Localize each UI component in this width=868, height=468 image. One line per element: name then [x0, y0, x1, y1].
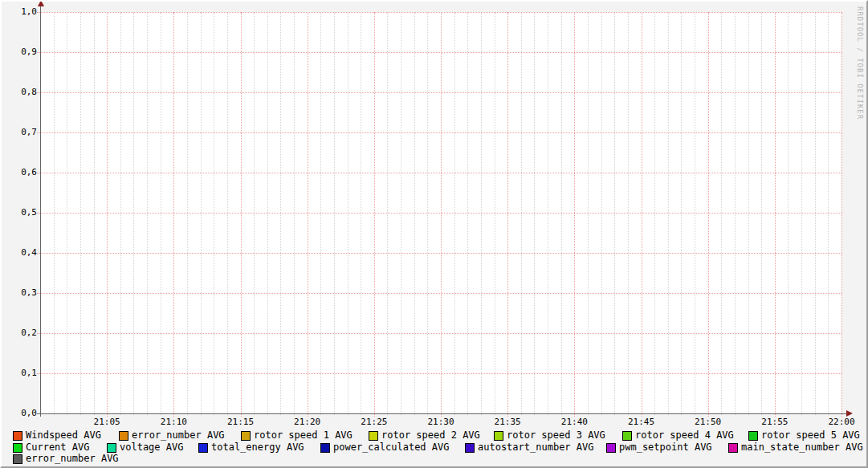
x-tick-label: 21:35 — [490, 417, 525, 427]
minor-vertical-gridline — [748, 12, 749, 415]
y-tick-label: 0,3 — [2, 288, 37, 298]
x-tick-label: 21:40 — [556, 417, 592, 427]
y-tick-label: 0,0 — [2, 409, 37, 418]
legend-item-voltage-avg: voltage AVG — [107, 442, 183, 453]
minor-vertical-gridline — [614, 12, 615, 415]
minor-vertical-gridline — [187, 12, 188, 415]
legend-swatch-icon — [465, 443, 475, 453]
minor-vertical-gridline — [80, 12, 81, 415]
legend-swatch-icon — [13, 443, 22, 453]
minor-vertical-gridline — [828, 12, 829, 415]
major-horizontal-gridline — [37, 333, 842, 334]
x-tick-label: 21:15 — [223, 417, 259, 427]
minor-vertical-gridline — [201, 12, 202, 415]
major-vertical-gridline — [374, 12, 375, 417]
y-tick-label: 0,6 — [2, 168, 37, 177]
minor-vertical-gridline — [361, 12, 361, 415]
major-horizontal-gridline — [37, 373, 842, 374]
y-axis — [40, 6, 41, 417]
minor-vertical-gridline — [534, 12, 535, 415]
legend-item-current-avg: Current AVG — [13, 442, 89, 453]
major-vertical-gridline — [574, 12, 575, 417]
legend-item-autostart-number-avg: autostart_number AVG — [465, 442, 594, 453]
minor-vertical-gridline — [401, 12, 401, 415]
legend-item-total-energy-avg: total_energy AVG — [198, 442, 304, 453]
legend-swatch-icon — [13, 454, 22, 464]
y-tick-label: 0,2 — [2, 328, 37, 338]
minor-vertical-gridline — [735, 12, 736, 415]
legend-item-rotor-speed-3-avg: rotor speed 3 AVG — [494, 430, 605, 441]
x-tick-label: 21:20 — [290, 417, 325, 427]
minor-vertical-gridline — [280, 12, 281, 415]
x-tick-label: 21:30 — [423, 417, 458, 427]
minor-vertical-gridline — [227, 12, 228, 415]
y-tick-label: 0,7 — [2, 128, 37, 137]
minor-vertical-gridline — [254, 12, 255, 415]
major-vertical-gridline — [173, 12, 174, 417]
minor-vertical-gridline — [521, 12, 522, 415]
major-vertical-gridline — [642, 12, 642, 417]
minor-vertical-gridline — [467, 12, 468, 415]
legend-label: rotor speed 3 AVG — [507, 430, 605, 441]
major-vertical-gridline — [708, 12, 709, 417]
minor-vertical-gridline — [654, 12, 655, 415]
minor-vertical-gridline — [94, 12, 95, 415]
legend-item-rotor-speed-1-avg: rotor speed 1 AVG — [241, 430, 352, 441]
minor-vertical-gridline — [267, 12, 268, 415]
minor-vertical-gridline — [147, 12, 148, 415]
legend-item-rotor-speed-2-avg: rotor speed 2 AVG — [369, 430, 480, 441]
legend-item-power-calculated-avg: power_calculated AVG — [320, 442, 450, 453]
legend-label: rotor speed 5 AVG — [761, 430, 860, 441]
minor-vertical-gridline — [681, 12, 682, 415]
minor-vertical-gridline — [721, 12, 722, 415]
minor-vertical-gridline — [801, 12, 802, 415]
legend-item-main-state-number-avg: main_state_number AVG — [728, 442, 863, 453]
legend-label: rotor speed 2 AVG — [381, 430, 480, 441]
y-tick-label: 0,4 — [2, 248, 37, 258]
minor-vertical-gridline — [588, 12, 589, 415]
minor-vertical-gridline — [133, 12, 134, 415]
legend-swatch-icon — [320, 443, 330, 453]
major-horizontal-gridline — [37, 173, 842, 173]
x-tick-label: 21:10 — [156, 417, 191, 427]
legend-item-error-number-avg: error_number AVG — [119, 430, 225, 441]
legend-item-error-number-avg: error_number AVG — [13, 454, 119, 464]
x-axis — [37, 413, 846, 414]
legend-label: Windspeed AVG — [26, 430, 101, 441]
major-vertical-gridline — [441, 12, 442, 417]
x-tick-label: 21:50 — [691, 417, 726, 427]
legend-label: autostart_number AVG — [478, 442, 594, 453]
legend-swatch-icon — [748, 431, 758, 441]
x-tick-label: 21:05 — [89, 417, 124, 427]
legend-swatch-icon — [107, 443, 116, 453]
legend-item-rotor-speed-5-avg: rotor speed 5 AVG — [748, 430, 860, 441]
legend-label: voltage AVG — [120, 442, 183, 453]
major-vertical-gridline — [507, 12, 508, 417]
legend-item-pwm-setpoint-avg: pwm_setpoint AVG — [606, 442, 712, 453]
y-tick-label: 0,1 — [2, 368, 37, 378]
minor-vertical-gridline — [120, 12, 121, 415]
legend-swatch-icon — [119, 431, 128, 441]
minor-vertical-gridline — [695, 12, 695, 415]
y-axis-arrow-icon — [38, 0, 44, 6]
major-vertical-gridline — [842, 12, 842, 417]
major-vertical-gridline — [107, 12, 108, 417]
legend-item-windspeed-avg: Windspeed AVG — [13, 430, 101, 441]
legend-swatch-icon — [728, 443, 738, 453]
y-tick-label: 0,8 — [2, 87, 37, 97]
x-tick-label: 22:00 — [824, 417, 859, 427]
minor-vertical-gridline — [788, 12, 789, 415]
x-tick-label: 21:25 — [357, 417, 392, 427]
minor-vertical-gridline — [294, 12, 295, 415]
major-vertical-gridline — [775, 12, 776, 417]
minor-vertical-gridline — [668, 12, 669, 415]
legend-swatch-icon — [622, 431, 632, 441]
plot-area: 1,00,90,80,70,60,50,40,30,20,10,021:0521… — [40, 12, 842, 413]
legend-label: error_number AVG — [26, 454, 119, 464]
legend-label: main_state_number AVG — [741, 442, 863, 453]
minor-vertical-gridline — [414, 12, 415, 415]
minor-vertical-gridline — [67, 12, 67, 415]
y-tick-label: 0,9 — [2, 47, 37, 57]
minor-vertical-gridline — [454, 12, 455, 415]
major-horizontal-gridline — [37, 12, 842, 13]
